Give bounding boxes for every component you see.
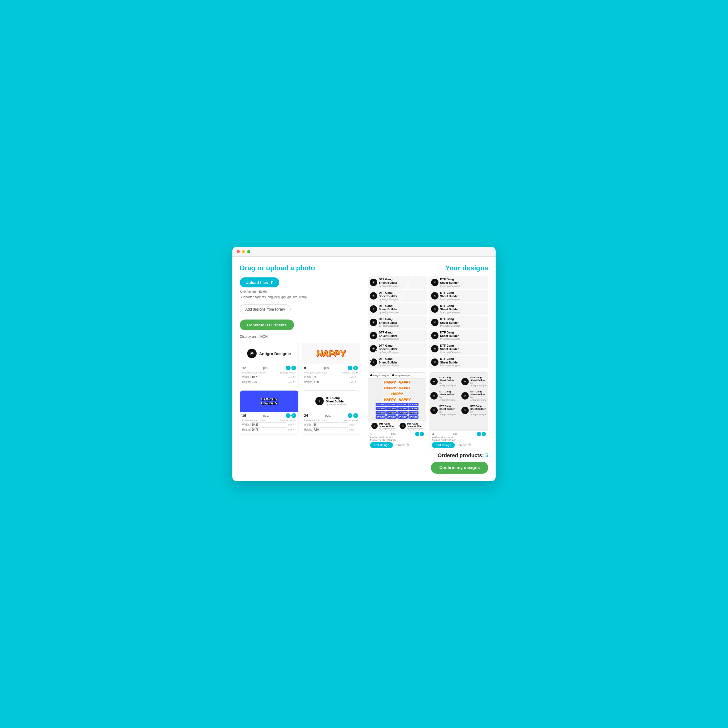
happy-height-input[interactable]	[312, 380, 348, 384]
dtf-height-input[interactable]	[312, 427, 348, 432]
dli-logo-0a: ✳	[370, 279, 377, 286]
design-list-row-3: ✳ DTF GangSheet Builder by AntigroDesign…	[368, 316, 488, 328]
happy-pcs-decrease[interactable]: −	[348, 366, 352, 370]
dtf-list-2-1b: ✳ DTF GangSheet Builder by AntigroDesign…	[459, 375, 488, 388]
dli-sub-2-3a: by AntigroDesigner	[439, 411, 456, 416]
dtf-card-controls: 24 pcs. − + Preserve Aspect Ratio Restor…	[302, 411, 360, 434]
sheet-pcs-inc-2[interactable]: +	[482, 432, 486, 436]
happy-height-arrows[interactable]: ⬆⬇	[354, 381, 358, 383]
sticker-width-arrows[interactable]: ⬆⬇	[292, 424, 296, 426]
dli-logo-0b: ✳	[431, 279, 439, 286]
sheet-dtf-logo-2: ✳ DTF GangSheet Builder by AntigroDesign…	[399, 422, 423, 430]
right-panel-title: Your designs	[368, 264, 488, 272]
sticker-pcs-buttons: − +	[286, 413, 296, 418]
dtf-list-2-2a: ✳ DTF GangSheet Builder by AntigroDesign…	[430, 389, 459, 403]
dli-text-4b: DTF GangSheet Builder by AntigroDesigner	[440, 331, 460, 340]
dli-name-6b: DTF GangSheet Builder	[440, 357, 460, 364]
upload-files-button[interactable]: Upload files ⬆	[240, 277, 279, 288]
dli-text-0a: DTF GangSheet Builder by AntigroDesigner	[379, 278, 399, 287]
sheet-pcs-num-2: 3	[432, 432, 434, 436]
sheet-width-label-1: Product width:	[370, 436, 385, 439]
dli-sub-2b: by AntigroDesigner	[440, 311, 460, 314]
antigro-width-arrows[interactable]: ⬆⬇	[292, 376, 296, 378]
minimize-dot[interactable]	[242, 250, 245, 253]
sheet-pcs-dec-1[interactable]: −	[415, 432, 419, 436]
antigro-height-arrows[interactable]: ⬆⬇	[292, 381, 296, 383]
maximize-dot[interactable]	[247, 250, 250, 253]
add-from-library-button[interactable]: Add designs from library	[240, 304, 291, 314]
sheet-preview-1: Antigro Designer Antigro Designer HAPPY …	[368, 372, 427, 449]
sheet-header-1: Antigro Designer Antigro Designer	[368, 373, 426, 378]
sheet-pcs-dec-2[interactable]: −	[477, 432, 481, 436]
antigro-height-input[interactable]	[250, 380, 286, 384]
sheets-row: Antigro Designer Antigro Designer HAPPY …	[368, 372, 488, 449]
happy-width-input[interactable]	[312, 375, 348, 379]
dli-name-2-1b: DTF GangSheet Builder	[470, 376, 488, 382]
antigro-pcs-num: 12	[242, 366, 246, 370]
right-panel: Your designs ✳ DTF GangSheet Builder by …	[368, 264, 488, 474]
dtf-width-arrows[interactable]: ⬆⬇	[354, 424, 358, 426]
sheet-content-2: ✳ DTF GangSheet Builder by AntigroDesign…	[430, 373, 488, 431]
sheet-width-val-1: 22 inch	[386, 436, 393, 439]
remove-button-2[interactable]: Remove 🗑	[456, 443, 471, 447]
sticker-pcs-row: 16 pcs. − +	[242, 413, 296, 418]
sticker-mini-7: STICKER	[398, 407, 408, 410]
dli-logo-1b: ✳	[431, 292, 439, 300]
remove-button-1[interactable]: Remove 🗑	[395, 443, 410, 447]
sheet-height-val-1: 100 inch	[387, 439, 396, 441]
dli-name-5a: DTF GangSheet Builder	[379, 344, 399, 351]
sheet-width-val-2: 22 inch	[448, 436, 455, 439]
sticker-height-arrows[interactable]: ⬆⬇	[292, 428, 296, 431]
sheet-badge-1b: Antigro Designer	[391, 374, 412, 377]
sheet-pcs-row-1: 1 pcs. − +	[370, 432, 424, 436]
antigro-pcs-increase[interactable]: +	[291, 366, 296, 370]
generate-dtf-button[interactable]: Generate DTF sheets	[240, 320, 294, 330]
antigro-pcs-label: pcs.	[263, 366, 269, 370]
sticker-width-input[interactable]	[250, 422, 286, 427]
dtf-pcs-decrease[interactable]: −	[348, 413, 352, 418]
your-designs-list: ✳ DTF GangSheet Builder by AntigroDesign…	[368, 276, 488, 368]
dli-sub-3a: by AntigroDesigner	[379, 324, 399, 327]
sticker-pcs-label: pcs.	[263, 414, 269, 418]
happy-width-arrows[interactable]: ⬆⬇	[354, 376, 358, 378]
dtf-name: DTF GangSheet Builder	[326, 396, 347, 403]
display-unit: Display unit: INCH	[240, 335, 360, 338]
happy-row-1: HAPPY HAPPY	[369, 379, 425, 384]
sticker-mini-16: STICKER	[408, 415, 419, 419]
sticker-pcs-increase[interactable]: +	[291, 413, 296, 418]
antigro-width-label: Width	[242, 376, 250, 378]
antigro-preserve-label: Preserve Aspect Ratio	[242, 372, 266, 374]
dli-name-1a: DTF GangSheet Builder	[379, 291, 399, 298]
dli-text-2a: DTF GangSheet Builder by AntigroDesigner	[379, 304, 399, 314]
edit-design-button-1[interactable]: Edit design	[370, 442, 393, 448]
sticker-height-input[interactable]	[250, 427, 286, 432]
antigro-height-row: Height inch ⬆⬇	[242, 380, 296, 384]
confirm-designs-button[interactable]: Confirm my designs	[431, 462, 488, 474]
dli-logo-2-3b: ✳	[461, 407, 469, 414]
dtf-height-arrows[interactable]: ⬆⬇	[354, 428, 358, 431]
happy-pcs-increase[interactable]: +	[353, 366, 358, 370]
sheet-pcs-inc-1[interactable]: +	[420, 432, 424, 436]
dli-name-2a: DTF GangSheet Builder	[379, 304, 399, 311]
sheet-pcs-btns-1: − +	[415, 432, 424, 436]
antigro-card-controls: 12 pcs. − + Preserve Aspect Ratio Restor…	[240, 364, 298, 387]
sticker-mini-9: STICKER	[376, 411, 386, 414]
antigro-width-unit: inch	[288, 376, 292, 378]
dtf-logo-icon: ✳	[315, 397, 324, 405]
close-dot[interactable]	[237, 250, 240, 253]
dli-text-3b: DTF GangSheet Builder by AntigroDesigner	[440, 317, 460, 327]
dli-name-0a: DTF GangSheet Builder	[379, 278, 399, 284]
dtf-pcs-num: 24	[304, 413, 308, 418]
dli-logo-2-3a: ✳	[430, 407, 438, 414]
sticker-pcs-decrease[interactable]: −	[286, 413, 291, 418]
dli-text-6a: DTF GangSheet Builder by AntigroDesigner	[379, 357, 399, 367]
sheet-pcs-label-1: pcs.	[391, 433, 396, 435]
edit-design-button-2[interactable]: Edit design	[432, 442, 455, 448]
dtf-width-input[interactable]	[312, 422, 348, 427]
antigro-pcs-decrease[interactable]: −	[286, 366, 291, 370]
dli-logo-2-1b: ✳	[461, 378, 469, 385]
antigro-width-input[interactable]	[250, 375, 286, 379]
dtf-pcs-increase[interactable]: +	[353, 413, 358, 418]
dtf-height-label: Height	[304, 428, 312, 431]
dtf-pcs-label: pcs.	[325, 414, 331, 418]
